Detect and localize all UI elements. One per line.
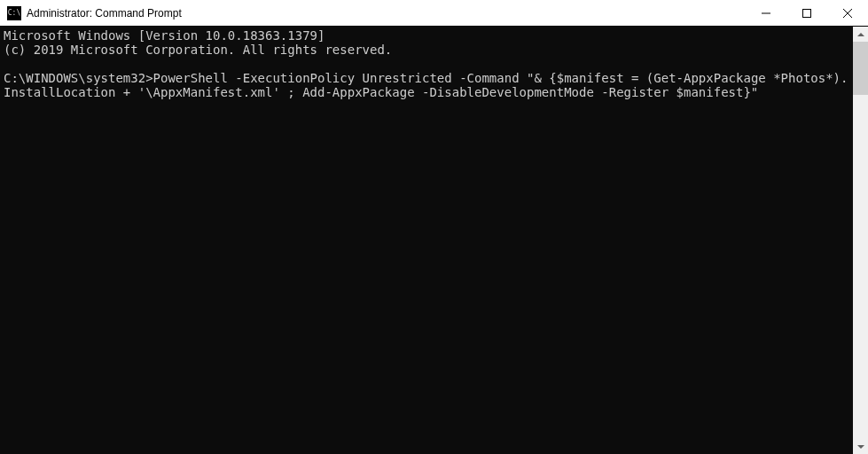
vertical-scrollbar[interactable] [853,27,868,454]
maximize-button[interactable] [786,0,827,26]
window-controls [746,0,868,26]
scroll-up-arrow-icon[interactable] [853,27,868,42]
terminal-output[interactable]: Microsoft Windows [Version 10.0.18363.13… [0,27,853,454]
scroll-track[interactable] [853,42,868,439]
minimize-icon [762,9,770,18]
titlebar[interactable]: C:\ Administrator: Command Prompt [0,0,868,27]
scroll-thumb[interactable] [853,42,868,95]
window-title: Administrator: Command Prompt [27,7,746,20]
terminal-line: Microsoft Windows [Version 10.0.18363.13… [4,28,325,43]
terminal-prompt: C:\WINDOWS\system32> [4,71,153,85]
command-prompt-window: C:\ Administrator: Command Prompt Micros… [0,0,868,454]
terminal-line: (c) 2019 Microsoft Corporation. All righ… [4,43,392,57]
chevron-up-icon [857,33,864,36]
svg-rect-0 [803,9,811,17]
scroll-down-arrow-icon[interactable] [853,439,868,454]
cmd-icon-label: C:\ [8,9,20,17]
maximize-icon [802,9,811,18]
close-button[interactable] [827,0,868,26]
terminal-container: Microsoft Windows [Version 10.0.18363.13… [0,27,868,454]
close-icon [843,9,852,18]
chevron-down-icon [857,445,864,449]
cmd-icon: C:\ [7,6,21,20]
minimize-button[interactable] [746,0,786,26]
